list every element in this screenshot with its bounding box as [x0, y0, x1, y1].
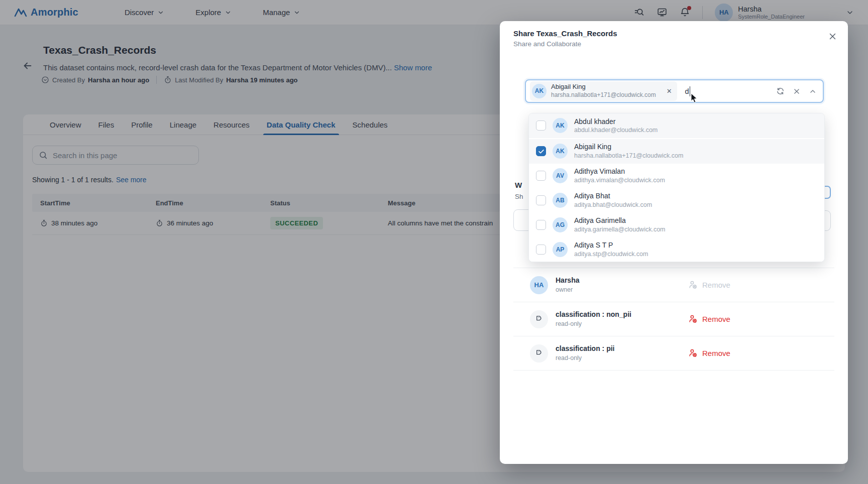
refresh-icon[interactable] — [776, 87, 785, 95]
check-icon — [538, 148, 545, 155]
share-modal: Share Texas_Crash_Records Share and Coll… — [500, 21, 848, 464]
remove-user-icon — [688, 280, 698, 290]
access-name: classification : pii — [556, 344, 614, 354]
user-name: Aditya Bhat — [574, 191, 652, 201]
chip-avatar: AK — [532, 84, 547, 98]
text-caret — [690, 86, 691, 96]
modal-subtitle: Share and Collaborate — [513, 40, 581, 48]
access-row-classification-pii: classification : piiread-onlyRemove — [513, 336, 834, 371]
remove-label: Remove — [702, 281, 730, 289]
access-row-classification-non_pii: classification : non_piiread-onlyRemove — [513, 302, 834, 336]
user-avatar: AB — [553, 193, 568, 208]
suggestion-item-aditya-bhat[interactable]: ABAditya Bhataditya.bhat@cloudwick.com — [529, 188, 824, 212]
tag-icon-circle — [530, 344, 548, 362]
user-avatar: AK — [553, 144, 568, 159]
partial-heading-text: W — [515, 181, 522, 189]
remove-label: Remove — [702, 315, 730, 323]
user-avatar: HA — [530, 276, 548, 294]
tag-icon — [534, 349, 544, 358]
user-name: Adithya Vimalan — [574, 167, 665, 176]
user-checkbox[interactable] — [536, 195, 546, 205]
user-avatar: AP — [553, 242, 568, 257]
typed-query: d — [685, 87, 689, 95]
selected-user-chip: AK Abigail King harsha.nallabotla+171@cl… — [530, 81, 677, 100]
user-email: aditya.bhat@cloudwick.com — [574, 201, 652, 209]
tag-icon-circle — [530, 310, 548, 328]
partial-button-right-edge — [824, 186, 831, 199]
access-row-harsha: HAHarshaownerRemove — [513, 268, 834, 302]
partial-input-right-edge — [825, 210, 831, 231]
suggestion-item-abigail-king[interactable]: AKAbigail Kingharsha.nallabotla+171@clou… — [529, 138, 824, 164]
chip-remove-icon[interactable]: ✕ — [667, 87, 672, 95]
share-user-select[interactable]: AK Abigail King harsha.nallabotla+171@cl… — [525, 79, 824, 103]
user-name: Aditya S T P — [574, 240, 648, 250]
suggestion-item-adithya-vimalan[interactable]: AVAdithya Vimalanadithya.vimalan@cloudwi… — [529, 164, 824, 188]
user-checkbox[interactable] — [536, 120, 546, 131]
user-name: Abdul khader — [574, 117, 658, 127]
remove-button[interactable]: Remove — [688, 280, 730, 290]
tag-icon — [534, 315, 544, 324]
access-permission: read-only — [556, 320, 631, 329]
clear-icon[interactable] — [793, 88, 800, 95]
remove-label: Remove — [702, 349, 730, 357]
user-name: Aditya Garimella — [574, 216, 666, 225]
partial-subheading-text: Sh — [515, 193, 523, 200]
access-name: classification : non_pii — [556, 310, 631, 320]
suggestion-item-abdul-khader[interactable]: AKAbdul khaderabdul.khader@cloudwick.com — [529, 113, 824, 138]
close-icon[interactable] — [828, 32, 837, 41]
user-email: aditya.garimella@cloudwick.com — [574, 225, 666, 234]
user-checkbox[interactable] — [536, 220, 546, 230]
user-checkbox[interactable] — [536, 146, 546, 156]
chip-email: harsha.nallabotla+171@cloudwick.com — [551, 91, 656, 99]
suggestion-item-aditya-garimella[interactable]: AGAditya Garimellaaditya.garimella@cloud… — [529, 212, 824, 237]
remove-button[interactable]: Remove — [688, 348, 730, 358]
user-suggestions-dropdown: AKAbdul khaderabdul.khader@cloudwick.com… — [528, 113, 825, 262]
user-email: harsha.nallabotla+171@cloudwick.com — [574, 152, 683, 160]
access-list: HAHarshaownerRemoveclassification : non_… — [513, 268, 834, 371]
remove-user-icon — [688, 348, 698, 358]
access-permission: read-only — [556, 354, 614, 363]
user-email: adithya.vimalan@cloudwick.com — [574, 176, 665, 185]
user-avatar: AG — [553, 217, 568, 232]
suggestion-item-aditya-s-t-p[interactable]: APAditya S T Paditya.stp@cloudwick.com — [529, 237, 824, 262]
remove-user-icon — [688, 314, 698, 324]
modal-title: Share Texas_Crash_Records — [513, 29, 617, 38]
user-avatar: AK — [553, 118, 568, 133]
remove-button[interactable]: Remove — [688, 314, 730, 324]
chevron-up-icon[interactable] — [809, 87, 817, 95]
chip-name: Abigail King — [551, 83, 656, 91]
user-checkbox[interactable] — [536, 245, 546, 255]
user-email: aditya.stp@cloudwick.com — [574, 250, 648, 259]
user-email: abdul.khader@cloudwick.com — [574, 126, 658, 135]
access-name: Harsha — [556, 276, 579, 286]
user-avatar: AV — [553, 168, 568, 183]
user-name: Abigail King — [574, 142, 683, 152]
user-checkbox[interactable] — [536, 171, 546, 181]
access-permission: owner — [556, 286, 579, 295]
